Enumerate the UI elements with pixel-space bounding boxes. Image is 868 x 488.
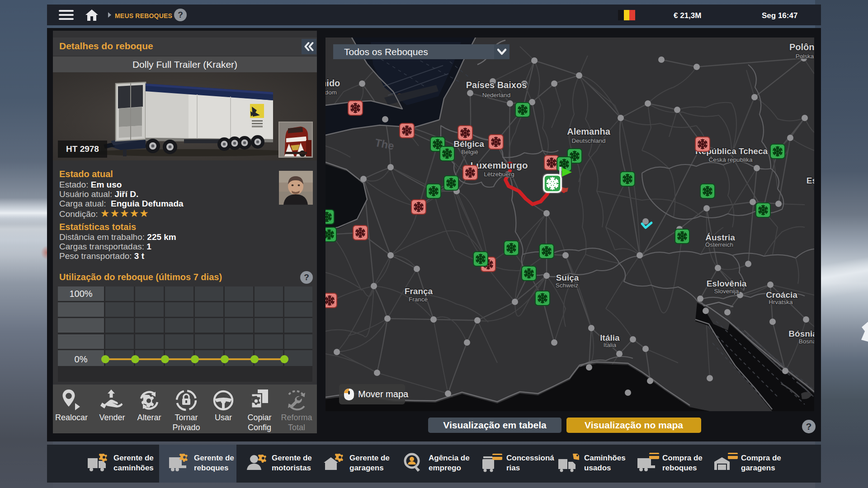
svg-text:Deutschland: Deutschland <box>571 137 605 144</box>
svg-text:Polônia: Polônia <box>789 42 814 52</box>
svg-text:Eslovênia: Eslovênia <box>707 279 747 288</box>
svg-text:Bosna: Bosna <box>799 338 814 345</box>
svg-text:Itália: Itália <box>600 333 620 343</box>
svg-text:Croácia: Croácia <box>766 290 797 300</box>
svg-text:Schweiz: Schweiz <box>556 282 579 289</box>
svg-text:Unido: Unido <box>326 78 340 88</box>
svg-text:gdom: gdom <box>326 89 337 96</box>
svg-text:Nederland: Nederland <box>482 92 510 99</box>
svg-text:Bósnia: Bósnia <box>788 329 814 338</box>
svg-text:Suíça: Suíça <box>556 273 579 282</box>
svg-text:Česká republika: Česká republika <box>709 156 753 163</box>
svg-text:Países Baixos: Países Baixos <box>466 80 527 90</box>
svg-text:Áustria: Áustria <box>705 233 735 242</box>
svg-text:België: België <box>461 149 478 155</box>
svg-text:Bélgica: Bélgica <box>453 139 484 149</box>
svg-text:Alemanha: Alemanha <box>567 127 610 136</box>
svg-text:Luxemburgo: Luxemburgo <box>470 160 528 170</box>
svg-text:Sl: Sl <box>814 184 814 191</box>
svg-text:Lëtzebuerg: Lëtzebuerg <box>484 171 514 178</box>
svg-text:Hrvatska: Hrvatska <box>769 299 793 305</box>
svg-text:France: France <box>409 296 428 303</box>
svg-text:Esl: Esl <box>807 176 814 185</box>
svg-text:França: França <box>405 286 433 296</box>
svg-text:Polska: Polska <box>796 53 814 60</box>
svg-text:Italia: Italia <box>604 342 617 348</box>
svg-text:Österreich: Österreich <box>705 241 733 248</box>
svg-text:Slovenija: Slovenija <box>714 288 739 295</box>
